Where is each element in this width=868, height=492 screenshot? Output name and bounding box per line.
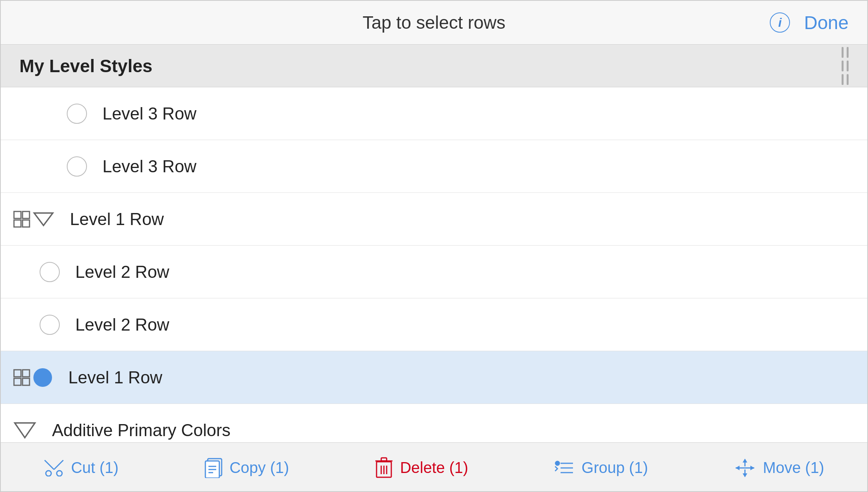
header-title: Tap to select rows (363, 12, 505, 33)
copy-button[interactable]: Copy (1) (205, 458, 289, 478)
list-item[interactable]: Level 2 Row (1, 246, 867, 298)
row-label: Level 3 Row (102, 157, 196, 176)
list-item[interactable]: Level 1 Row (1, 351, 867, 404)
svg-rect-1 (23, 211, 30, 218)
cut-label: Cut (1) (71, 459, 118, 476)
row-label: Level 3 Row (102, 104, 196, 123)
svg-line-11 (45, 460, 54, 469)
triangle-down-icon (33, 211, 54, 228)
delete-button[interactable]: Delete (1) (375, 457, 468, 479)
radio-button[interactable] (67, 156, 87, 177)
row-label: Level 1 Row (68, 368, 162, 387)
svg-point-9 (33, 368, 52, 387)
content-area: My Level Styles Level 3 Row Level 3 Row (1, 45, 867, 492)
section-title: My Level Styles (19, 55, 153, 76)
svg-rect-22 (381, 458, 387, 461)
svg-point-26 (556, 461, 559, 465)
triangle-icon-group (13, 421, 36, 440)
radio-button[interactable] (40, 315, 60, 335)
svg-marker-36 (743, 473, 747, 477)
list-item[interactable]: Level 2 Row (1, 298, 867, 351)
svg-rect-6 (23, 370, 30, 377)
svg-rect-3 (23, 220, 30, 227)
svg-line-12 (54, 460, 63, 469)
header: Tap to select rows i Done (1, 1, 867, 45)
move-label: Move (1) (763, 459, 824, 476)
svg-rect-7 (14, 378, 21, 385)
drag-bar-2 (847, 47, 849, 85)
delete-label: Delete (1) (400, 459, 468, 476)
row-label: Level 1 Row (70, 210, 164, 229)
svg-rect-8 (23, 378, 30, 385)
svg-marker-10 (15, 423, 35, 438)
row-label: Level 2 Row (75, 315, 169, 334)
group-button[interactable]: Group (1) (554, 458, 648, 478)
delete-icon (375, 457, 393, 479)
level1-icon-group (13, 211, 54, 228)
radio-button[interactable] (40, 262, 60, 282)
svg-marker-4 (34, 213, 53, 225)
row-label: Additive Primary Colors (52, 421, 231, 440)
copy-label: Copy (1) (229, 459, 289, 476)
drag-bar-1 (842, 47, 844, 85)
list-item[interactable]: Level 3 Row (1, 140, 867, 193)
done-button[interactable]: Done (804, 12, 849, 33)
svg-rect-5 (14, 370, 21, 377)
svg-point-14 (57, 471, 62, 476)
move-icon (734, 458, 756, 478)
header-actions: i Done (770, 12, 849, 33)
svg-rect-2 (14, 220, 21, 227)
radio-button[interactable] (67, 104, 87, 124)
svg-point-13 (46, 471, 51, 476)
group-icon (554, 458, 575, 478)
list-item[interactable]: Level 3 Row (1, 87, 867, 140)
triangle-down-outline-icon (13, 421, 36, 440)
info-icon[interactable]: i (770, 12, 790, 33)
svg-rect-0 (14, 211, 21, 218)
list-item[interactable]: Level 1 Row (1, 193, 867, 246)
list-container: Level 3 Row Level 3 Row Le (1, 87, 867, 485)
radio-selected-icon (33, 367, 53, 388)
move-button[interactable]: Move (1) (734, 458, 824, 478)
grid-icon (13, 369, 30, 386)
row-label: Level 2 Row (75, 262, 169, 282)
section-header: My Level Styles (1, 45, 867, 87)
level1-selected-icon-group (13, 367, 53, 388)
drag-handle-icon (842, 47, 849, 85)
grid-icon (13, 211, 30, 228)
svg-marker-31 (736, 466, 740, 470)
svg-marker-32 (750, 466, 754, 470)
group-label: Group (1) (582, 459, 648, 476)
copy-icon (205, 458, 222, 478)
toolbar: Cut (1) Copy (1) (1, 442, 867, 492)
cut-icon (44, 459, 64, 476)
svg-marker-35 (743, 459, 747, 463)
cut-button[interactable]: Cut (1) (44, 459, 118, 476)
